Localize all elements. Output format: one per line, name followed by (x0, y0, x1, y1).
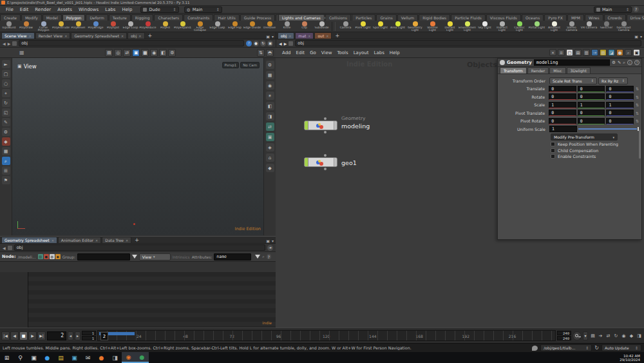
viewport-toolbar-icon[interactable]: ▤ (105, 49, 113, 57)
shelf-tool[interactable]: Environment Light (459, 21, 476, 32)
shelf-tool[interactable]: PolyExtrude (52, 21, 70, 32)
transport-button[interactable]: ◀ (10, 331, 19, 340)
viewport-tool-icon[interactable]: ◱ (2, 108, 10, 117)
pane-tab[interactable]: Animation Editor ✕ (58, 237, 101, 243)
menu-item[interactable]: Labs (102, 6, 118, 13)
shelf-tab[interactable]: Rigging (131, 14, 154, 21)
close-icon[interactable]: ✕ (326, 34, 328, 38)
taskbar-icon[interactable]: ● (95, 352, 108, 363)
shelf-tab[interactable]: Pyro FX (544, 14, 567, 21)
intrinsics-dropdown[interactable]: Intrinsics (173, 255, 190, 259)
display-option-icon[interactable]: ☀ (266, 92, 274, 100)
menu-item[interactable]: Assets (54, 6, 75, 13)
global-end-field[interactable]: 240 (557, 336, 571, 340)
viewport-toolbar-icon[interactable]: ▣ (132, 49, 140, 57)
pathbar-icon[interactable]: ↻ (260, 41, 266, 46)
shelf-tab[interactable]: Grains (376, 14, 396, 21)
viewport-toolbar-icon[interactable]: ⇄ (123, 49, 131, 57)
range-start-field[interactable]: 1 (82, 331, 96, 335)
shelf-tab[interactable]: Constraints (184, 14, 213, 21)
checkbox[interactable] (551, 142, 555, 146)
shelf-tab[interactable]: MPM (567, 14, 584, 21)
close-icon[interactable]: ✕ (95, 239, 98, 242)
close-icon[interactable]: ✕ (308, 34, 310, 38)
shelf-tool[interactable]: Edge Loop (122, 21, 139, 32)
shelf-tab[interactable]: Texture (109, 14, 131, 21)
shelf-tool[interactable]: Edge Divide (243, 21, 261, 32)
spreadsheet-mini-icon[interactable]: ◆ (55, 254, 61, 259)
taskbar-icon[interactable]: ⚲ (14, 352, 27, 363)
viewport-tool-icon[interactable]: ⚙ (2, 128, 10, 136)
shelf-tool[interactable]: Area Light (389, 21, 406, 32)
pin-icon[interactable]: ➔ (267, 245, 273, 251)
pane-tab[interactable]: out ✕ (314, 32, 332, 39)
pane-tab[interactable]: Data Tree ✕ (102, 237, 131, 243)
persp-selector[interactable]: Persp1 (222, 62, 240, 68)
shelf-tab[interactable]: Model (43, 14, 62, 21)
viewport-tool-icon[interactable]: ▦ (2, 147, 10, 155)
node-path-dropdown[interactable]: /obj/geo1/tlalb... ⇕ (540, 344, 592, 351)
pane-menu-icon[interactable]: ▾ (272, 34, 274, 39)
rotate-order-dropdown[interactable]: Rx Ry Rz ⇕ (598, 77, 628, 84)
display-option-icon[interactable]: ⌂ (266, 153, 274, 162)
shelf-tab[interactable]: Wires (585, 14, 603, 21)
spreadsheet-path-field[interactable]: obj (14, 244, 265, 251)
shelf-tool[interactable]: VR Camera (580, 21, 598, 32)
menu-item[interactable]: Render (32, 6, 54, 13)
network-toolbar-icon[interactable]: ≡ (558, 49, 565, 56)
param-field-x[interactable]: 0 (549, 86, 576, 92)
param-field-x[interactable]: 0 (549, 93, 576, 100)
spreadsheet-mini-icon[interactable]: ◍ (50, 254, 55, 259)
path-flag-icon[interactable] (8, 246, 12, 250)
param-field-x[interactable]: 0 (549, 110, 576, 116)
param-field-z[interactable]: 0 (606, 118, 634, 124)
forward-icon[interactable]: ▶ (284, 41, 287, 46)
param-header-icon[interactable]: ⌕ (623, 60, 625, 65)
radial-menu-selector[interactable]: ⚙ Main ⇕ (184, 6, 222, 13)
param-field-y[interactable]: 1 (578, 102, 605, 108)
new-pane-tab-button[interactable]: + (332, 33, 342, 39)
node-body[interactable] (308, 158, 334, 166)
taskbar-icon[interactable]: ▤ (54, 352, 68, 363)
pane-tab[interactable]: mat ✕ (295, 32, 314, 39)
taskbar-icon[interactable]: ▣ (68, 352, 81, 363)
display-option-icon[interactable]: ⇄ (266, 123, 274, 131)
shelf-tab[interactable]: Particles (352, 14, 375, 21)
shelf-tool[interactable]: Edge Flip (226, 21, 243, 32)
display-option-icon[interactable]: ◨ (266, 112, 274, 121)
shelf-tab[interactable]: Oceans (522, 14, 544, 21)
menu-item[interactable]: Help (119, 6, 136, 13)
input-connector[interactable] (324, 154, 327, 157)
shelf-tool[interactable]: Sky Light (476, 21, 493, 32)
viewport-toolbar-icon[interactable]: ◎ (114, 49, 122, 57)
network-toolbar-icon[interactable]: ▨ (600, 49, 607, 56)
shelf-tool[interactable]: PolyReduce (139, 21, 156, 32)
shelf-tool[interactable]: Distant Light (441, 21, 459, 32)
parameter-tab[interactable]: Misc (549, 67, 565, 74)
output-connector[interactable] (324, 131, 327, 133)
taskbar-icon[interactable]: ⊞ (0, 352, 14, 363)
frame-step-field[interactable]: 1 (82, 336, 96, 340)
viewport-tool-icon[interactable]: ◆ (2, 137, 10, 146)
menu-item[interactable]: Help (387, 50, 402, 55)
key-menu-arrow[interactable]: ▾ (583, 331, 588, 340)
shelf-tab[interactable]: Create (0, 14, 21, 21)
taskbar-icon[interactable]: ● (135, 352, 149, 363)
attributes-input[interactable]: name (214, 253, 251, 260)
uniform-scale-field[interactable]: 1 (549, 126, 577, 132)
shelf-tab[interactable]: Crowds (604, 14, 626, 21)
shelf-tool[interactable]: Indirect Light (493, 21, 511, 32)
param-field-x[interactable]: 0 (549, 118, 576, 124)
menu-item[interactable]: Layout (351, 50, 372, 55)
viewport-tool-icon[interactable]: ⌕ (2, 157, 10, 165)
pane-tab[interactable]: Render View ✕ (35, 32, 71, 39)
shelf-tab[interactable]: Vellum (397, 14, 418, 21)
transport-button[interactable]: ■ (19, 331, 28, 340)
scene-path-field[interactable]: obj (19, 40, 244, 46)
ladder-icon[interactable]: ⇅ (636, 95, 639, 99)
node-geo1[interactable]: geo1 (304, 157, 337, 167)
message-log-icon[interactable] (532, 346, 538, 351)
help-icon[interactable]: ? (267, 254, 271, 259)
pane-tab[interactable]: Geometry Spreadsheet ✕ (71, 32, 127, 39)
spinner-icon[interactable]: ⇕ (173, 7, 176, 12)
